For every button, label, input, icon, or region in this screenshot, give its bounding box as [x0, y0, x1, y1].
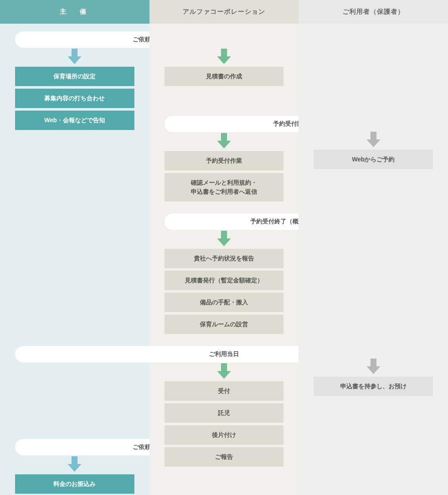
column-alpha: アルファコーポレーション 見積書の作成 予約受付開始 予約受付作業 確認メールと… [149, 0, 299, 495]
arrow-icon [367, 132, 380, 147]
box-confirmation-mail: 確認メールと利用規約・ 申込書をご利用者へ返信 [165, 173, 284, 201]
header-host: 主 催 [0, 0, 149, 24]
box-equipment: 備品の手配・搬入 [165, 293, 284, 312]
box-bring-form: 申込書を持参し、お預け [314, 377, 433, 396]
arrow-icon [218, 363, 230, 379]
header-alpha: アルファコーポレーション [149, 0, 299, 24]
arrow-icon [68, 456, 81, 472]
box-reception: 受付 [165, 381, 284, 401]
box-reservation-work: 予約受付作業 [165, 151, 284, 170]
arrow-icon [218, 49, 230, 64]
header-user: ご利用者（保護者） [299, 0, 448, 24]
box-estimate: 見積書の作成 [165, 67, 284, 86]
box-payment: 料金のお振込み [15, 474, 134, 494]
box-report-status: 貴社へ予約状況を報告 [165, 249, 284, 268]
box-recruitment-meeting: 募集内容の打ち合わせ [15, 89, 134, 108]
box-childcare: 託児 [165, 403, 284, 423]
column-user: ご利用者（保護者） Webからご予約 申込書を持参し、お預け [299, 0, 448, 495]
box-announcement: Web・会報などで告知 [15, 111, 134, 130]
arrow-icon [367, 359, 380, 374]
arrow-icon [218, 133, 230, 148]
column-host: 主 催 ご依頼 保育場所の設定 募集内容の打ち合わせ Web・会報などで告知 ご… [0, 0, 149, 495]
arrow-icon [68, 49, 81, 64]
box-childcare-location: 保育場所の設定 [15, 67, 134, 86]
box-web-reserve: Webからご予約 [314, 150, 433, 169]
box-cleanup: 後片付け [165, 425, 284, 445]
box-estimate-issue: 見積書発行（暫定金額確定） [165, 271, 284, 290]
box-room-setup: 保育ルームの設営 [165, 315, 284, 334]
box-report: ご報告 [165, 447, 284, 467]
flow-diagram: 主 催 ご依頼 保育場所の設定 募集内容の打ち合わせ Web・会報などで告知 ご… [0, 0, 448, 495]
arrow-icon [218, 231, 230, 246]
